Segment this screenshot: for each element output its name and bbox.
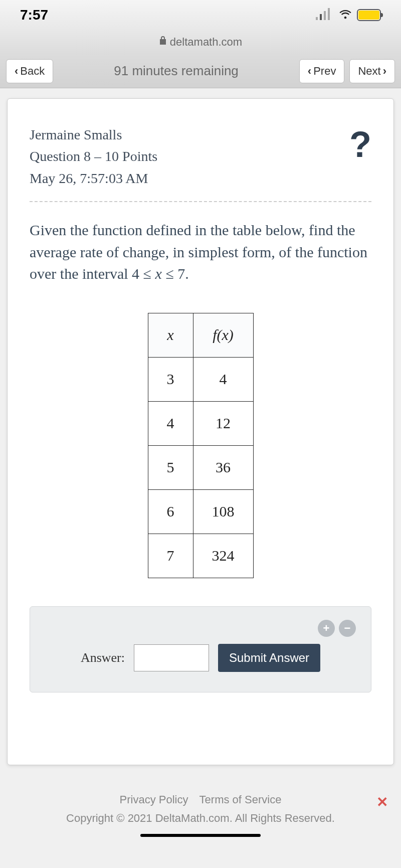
answer-panel: + − Answer: Submit Answer (30, 606, 371, 692)
timer-text: 91 minutes remaining (58, 63, 294, 79)
svg-rect-0 (316, 17, 318, 20)
copyright-text: Copyright © 2021 DeltaMath.com. All Righ… (20, 809, 381, 827)
zoom-out-button[interactable]: − (339, 620, 356, 637)
home-indicator[interactable] (140, 834, 261, 837)
answer-input[interactable] (134, 644, 209, 671)
close-icon[interactable]: ✕ (376, 790, 388, 814)
footer: Privacy Policy Terms of Service Copyrigh… (0, 790, 401, 847)
prev-button[interactable]: ‹ Prev (299, 59, 345, 83)
next-button[interactable]: Next › (349, 59, 395, 83)
table-row: 412 (148, 401, 253, 445)
table-row: 6108 (148, 489, 253, 534)
help-icon[interactable]: ? (349, 124, 371, 165)
status-time: 7:57 (20, 7, 48, 23)
chevron-left-icon: ‹ (15, 65, 18, 78)
back-button[interactable]: ‹ Back (6, 59, 53, 83)
question-timestamp: May 26, 7:57:03 AM (30, 167, 157, 189)
terms-link[interactable]: Terms of Service (199, 793, 282, 806)
table-header-row: x f(x) (148, 313, 253, 357)
address-bar[interactable]: deltamath.com (0, 30, 401, 54)
question-text: Given the function defined in the table … (30, 219, 371, 285)
svg-rect-3 (328, 8, 330, 20)
question-number: Question 8 – 10 Points (30, 145, 157, 167)
status-bar: 7:57 (0, 0, 401, 30)
chevron-left-icon: ‹ (308, 65, 311, 78)
battery-icon (357, 9, 381, 21)
col-header-x: x (148, 313, 193, 357)
table-row: 34 (148, 357, 253, 401)
chevron-right-icon: › (383, 65, 386, 78)
zoom-in-button[interactable]: + (318, 620, 335, 637)
col-header-fx: f(x) (193, 313, 253, 357)
table-row: 7324 (148, 534, 253, 578)
svg-rect-2 (324, 11, 326, 20)
card-header: Jermaine Smalls Question 8 – 10 Points M… (30, 124, 371, 202)
status-icons (316, 7, 381, 23)
wifi-icon (338, 7, 353, 23)
svg-rect-1 (320, 14, 322, 20)
table-row: 536 (148, 445, 253, 489)
lock-icon (159, 36, 167, 49)
student-name: Jermaine Smalls (30, 124, 157, 145)
answer-label: Answer: (81, 650, 125, 665)
question-card: Jermaine Smalls Question 8 – 10 Points M… (7, 98, 394, 765)
function-table: x f(x) 34 412 536 6108 7324 (148, 313, 254, 578)
signal-icon (316, 7, 334, 23)
address-url: deltamath.com (170, 36, 242, 49)
submit-button[interactable]: Submit Answer (218, 644, 320, 672)
nav-bar: ‹ Back 91 minutes remaining ‹ Prev Next … (0, 54, 401, 88)
privacy-link[interactable]: Privacy Policy (120, 793, 188, 806)
